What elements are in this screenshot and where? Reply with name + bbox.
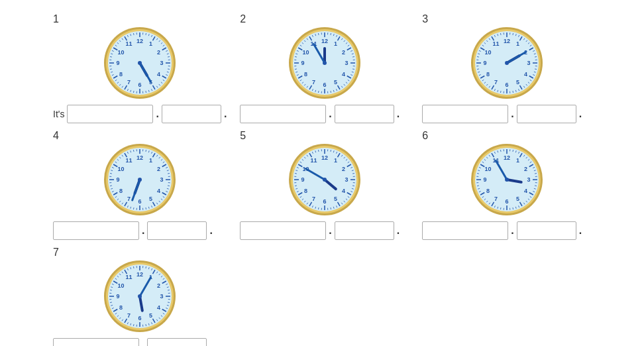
dot-4: .: [142, 225, 144, 237]
minutes-input-7[interactable]: [147, 338, 207, 346]
hours-input-3[interactable]: [422, 105, 508, 123]
clock-grid: 1 123456789101112 It's..2 12345678910111…: [13, 7, 631, 346]
minutes-input-3[interactable]: [517, 105, 576, 123]
svg-text:7: 7: [127, 79, 131, 86]
svg-text:12: 12: [504, 38, 510, 44]
svg-text:9: 9: [483, 176, 486, 183]
dot2-1: .: [224, 108, 227, 120]
clock-face-1: 123456789101112: [53, 27, 227, 99]
svg-text:2: 2: [157, 166, 160, 172]
svg-point-233: [505, 61, 509, 65]
hours-input-4[interactable]: [53, 221, 139, 240]
svg-text:10: 10: [484, 166, 491, 172]
svg-text:1: 1: [334, 40, 337, 47]
svg-text:9: 9: [301, 60, 304, 66]
dot2-4: .: [209, 225, 212, 237]
clock-item-3: 3 123456789101112 ..: [422, 13, 591, 123]
answer-row-3: ..: [422, 105, 591, 123]
svg-text:10: 10: [484, 49, 491, 56]
svg-text:8: 8: [119, 71, 123, 78]
svg-text:7: 7: [312, 79, 315, 86]
svg-text:8: 8: [304, 188, 307, 194]
answer-row-2: ..: [240, 105, 409, 123]
svg-text:5: 5: [334, 79, 337, 86]
svg-point-467: [505, 178, 509, 182]
svg-text:11: 11: [310, 157, 317, 164]
svg-point-545: [138, 294, 142, 298]
svg-text:10: 10: [302, 49, 309, 56]
svg-text:6: 6: [323, 82, 326, 88]
answer-row-1: It's..: [53, 105, 227, 123]
svg-text:4: 4: [524, 188, 527, 194]
svg-text:1: 1: [334, 157, 337, 164]
dot-2: .: [329, 108, 331, 120]
dot2-2: .: [397, 108, 400, 120]
hours-input-5[interactable]: [240, 221, 326, 240]
clock-face-5: 123456789101112: [240, 143, 409, 216]
answer-row-5: ..: [240, 221, 409, 240]
svg-text:9: 9: [117, 293, 120, 300]
svg-text:11: 11: [126, 40, 133, 47]
clock-item-4: 4 123456789101112 ..: [53, 130, 227, 240]
clock-face-3: 123456789101112: [422, 27, 591, 99]
svg-text:6: 6: [505, 198, 508, 205]
svg-text:5: 5: [149, 312, 152, 319]
clock-face-6: 123456789101112: [422, 143, 591, 216]
hours-input-1[interactable]: [67, 105, 153, 123]
svg-text:2: 2: [157, 282, 160, 289]
svg-text:2: 2: [342, 49, 345, 56]
svg-text:2: 2: [524, 166, 527, 172]
svg-text:8: 8: [486, 71, 489, 78]
svg-text:1: 1: [149, 40, 152, 47]
svg-text:2: 2: [157, 49, 160, 56]
hours-input-7[interactable]: [53, 338, 139, 346]
clock-item-7: 7 123456789101112 ..: [53, 247, 227, 346]
clock-item-5: 5 123456789101112 ..: [240, 130, 409, 240]
svg-point-389: [323, 178, 327, 182]
svg-text:12: 12: [321, 38, 328, 44]
svg-text:4: 4: [524, 71, 527, 78]
clock-number-6: 6: [422, 130, 428, 142]
clock-item-2: 2 123456789101112 ..: [240, 13, 409, 123]
clock-item-1: 1 123456789101112 It's..: [53, 13, 227, 123]
svg-text:5: 5: [516, 79, 519, 86]
clock-number-4: 4: [53, 130, 59, 142]
dot2-7: .: [209, 341, 212, 346]
svg-text:3: 3: [160, 176, 164, 183]
svg-text:1: 1: [516, 40, 519, 47]
svg-text:9: 9: [117, 176, 120, 183]
prefix-text: It's: [53, 109, 64, 119]
minutes-input-2[interactable]: [335, 105, 394, 123]
svg-text:9: 9: [301, 176, 304, 183]
hours-input-6[interactable]: [422, 221, 508, 240]
minutes-input-5[interactable]: [335, 221, 394, 240]
svg-text:12: 12: [136, 154, 143, 161]
svg-text:1: 1: [516, 157, 519, 164]
svg-text:11: 11: [126, 157, 133, 164]
clock-face-2: 123456789101112: [240, 27, 409, 99]
svg-text:3: 3: [160, 60, 164, 66]
svg-text:3: 3: [345, 60, 348, 66]
svg-text:3: 3: [527, 60, 530, 66]
dot2-3: .: [579, 108, 582, 120]
svg-text:9: 9: [483, 60, 486, 66]
svg-text:6: 6: [505, 82, 508, 88]
minutes-input-6[interactable]: [517, 221, 576, 240]
svg-text:6: 6: [138, 198, 142, 205]
svg-text:10: 10: [118, 49, 125, 56]
svg-text:12: 12: [136, 38, 143, 44]
svg-point-77: [138, 61, 142, 65]
dot-7: .: [142, 341, 144, 346]
svg-text:10: 10: [118, 166, 125, 172]
dot-1: .: [156, 108, 158, 120]
minutes-input-4[interactable]: [147, 221, 207, 240]
minutes-input-1[interactable]: [162, 105, 221, 123]
hours-input-2[interactable]: [240, 105, 326, 123]
svg-text:7: 7: [127, 312, 131, 319]
svg-text:7: 7: [127, 196, 131, 202]
svg-text:4: 4: [157, 71, 160, 78]
dot-3: .: [511, 108, 513, 120]
svg-text:5: 5: [334, 196, 337, 202]
clock-number-2: 2: [240, 13, 246, 25]
svg-text:3: 3: [160, 293, 164, 300]
